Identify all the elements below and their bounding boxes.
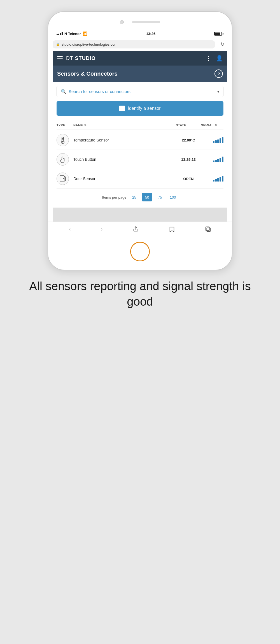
- forward-button[interactable]: ›: [101, 226, 103, 232]
- col-header-type: TYPE: [57, 124, 73, 127]
- identify-sensor-button[interactable]: Identify a sensor: [57, 101, 223, 116]
- table-row[interactable]: Temperature Sensor 22.00°C: [57, 131, 223, 150]
- svg-point-5: [63, 178, 64, 179]
- top-navigation: DT STUDIO ⋮ 👤: [53, 51, 227, 66]
- lock-icon: 🔒: [56, 43, 60, 46]
- phone-frame: N Telenor 📶 13:26 🔒 studio.disruptive-te…: [48, 11, 232, 270]
- search-placeholder: Search for sensors or connectors: [69, 89, 215, 94]
- sensor-state-touch: 13:25:13: [176, 157, 201, 162]
- table-header: TYPE NAME ⇅ STATE SIGNAL ⇅: [57, 121, 223, 129]
- clock: 13:26: [146, 32, 155, 36]
- front-camera: [120, 20, 124, 24]
- col-header-signal[interactable]: SIGNAL ⇅: [201, 124, 223, 127]
- dropdown-arrow-icon: ▾: [217, 89, 219, 94]
- status-left: N Telenor 📶: [57, 31, 87, 36]
- identify-button-label: Identify a sensor: [128, 106, 160, 111]
- battery-fill: [215, 32, 220, 35]
- wifi-icon: 📶: [83, 31, 87, 36]
- home-button-container: [48, 236, 232, 264]
- more-options-icon[interactable]: ⋮: [206, 55, 211, 62]
- page-wrapper: N Telenor 📶 13:26 🔒 studio.disruptive-te…: [0, 6, 280, 318]
- url-text: studio.disruptive-technologies.com: [62, 42, 117, 47]
- page-size-100[interactable]: 100: [168, 193, 178, 201]
- page-size-25[interactable]: 25: [129, 193, 139, 201]
- table-row[interactable]: Touch Button 13:25:13: [57, 150, 223, 169]
- bottom-content-area: [53, 208, 227, 222]
- sensor-name-touch: Touch Button: [73, 157, 176, 162]
- carrier-name: N Telenor: [64, 32, 81, 36]
- nav-right: ⋮ 👤: [206, 55, 223, 62]
- signal-strength-temperature: [201, 137, 223, 143]
- status-bar: N Telenor 📶 13:26: [48, 30, 232, 38]
- sensor-name-door: Door Sensor: [73, 176, 176, 181]
- pagination-label: Items per page: [102, 195, 127, 199]
- phone-top-bar: [48, 20, 232, 30]
- app-content: DT STUDIO ⋮ 👤 Sensors & Connectors ? 🔍 S…: [53, 51, 227, 208]
- sensor-type-icon-door: [57, 173, 69, 185]
- signal-strength-door: [201, 176, 223, 182]
- name-sort-icon: ⇅: [84, 124, 87, 127]
- svg-rect-8: [207, 228, 211, 231]
- bookmarks-button[interactable]: [169, 226, 175, 232]
- cellular-signal: [57, 32, 63, 35]
- page-header: Sensors & Connectors ?: [53, 66, 227, 82]
- share-button[interactable]: [133, 226, 139, 232]
- page-title: Sensors & Connectors: [57, 71, 118, 77]
- main-content: 🔍 Search for sensors or connectors ▾ Ide…: [53, 82, 227, 208]
- battery-tip: [223, 33, 223, 35]
- signal-strength-touch: [201, 157, 223, 162]
- page-size-50[interactable]: 50: [142, 193, 152, 201]
- caption-text: All sensors reporting and signal strengt…: [0, 270, 280, 318]
- col-header-name[interactable]: NAME ⇅: [73, 124, 176, 127]
- nav-left: DT STUDIO: [57, 55, 96, 61]
- tabs-button[interactable]: [205, 226, 211, 232]
- svg-point-3: [62, 141, 63, 142]
- app-title: DT STUDIO: [66, 55, 96, 61]
- sensor-type-icon-touch: [57, 153, 69, 166]
- browser-bar: 🔒 studio.disruptive-technologies.com ↻: [48, 38, 232, 51]
- identify-icon: [119, 106, 125, 111]
- back-button[interactable]: ‹: [69, 226, 71, 232]
- home-button[interactable]: [130, 242, 150, 261]
- help-button[interactable]: ?: [214, 69, 223, 78]
- sensor-name-temperature: Temperature Sensor: [73, 138, 176, 142]
- sensor-type-icon-temperature: [57, 134, 69, 146]
- speaker: [132, 21, 160, 23]
- search-icon: 🔍: [61, 89, 66, 94]
- user-icon[interactable]: 👤: [216, 55, 223, 62]
- reload-button[interactable]: ↻: [217, 39, 227, 49]
- pagination: Items per page 25 50 75 100: [57, 189, 223, 204]
- battery-indicator: [214, 32, 223, 36]
- sensor-state-temperature: 22.00°C: [176, 138, 201, 142]
- browser-bottom-nav: ‹ ›: [48, 222, 232, 236]
- page-size-75[interactable]: 75: [155, 193, 165, 201]
- signal-sort-icon: ⇅: [215, 124, 217, 127]
- address-bar[interactable]: 🔒 studio.disruptive-technologies.com: [53, 40, 215, 48]
- hamburger-menu[interactable]: [57, 56, 63, 60]
- svg-rect-7: [206, 227, 209, 230]
- col-header-state: STATE: [176, 124, 201, 127]
- sensor-state-door: OPEN: [176, 177, 201, 181]
- table-row[interactable]: Door Sensor OPEN: [57, 169, 223, 189]
- search-bar[interactable]: 🔍 Search for sensors or connectors ▾: [57, 86, 223, 97]
